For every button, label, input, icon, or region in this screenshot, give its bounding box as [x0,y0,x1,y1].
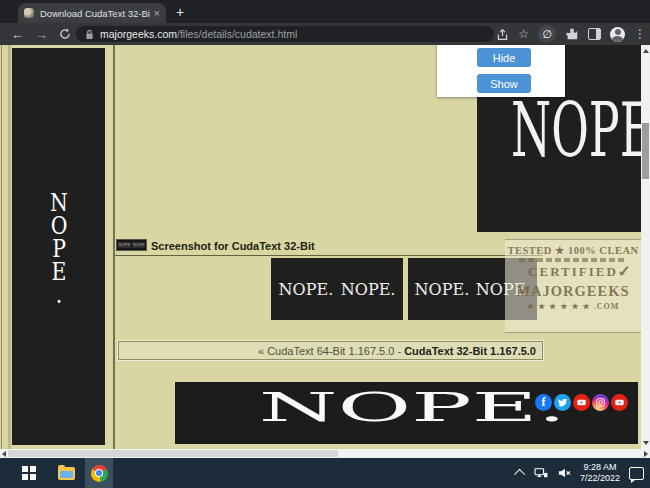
clock-time: 9:28 AM [580,462,620,473]
left-ad-nope-text: NOPE. [48,189,68,304]
share-icon[interactable] [496,28,509,41]
instagram-icon[interactable] [592,394,609,411]
adblocker-extension-icon[interactable]: ∅ [538,25,556,43]
cudatext-64bit-link[interactable]: « CudaText 64-Bit 1.167.5.0 [258,345,394,357]
reload-icon[interactable] [59,28,71,40]
action-center-icon[interactable] [629,467,644,480]
network-icon[interactable] [534,467,548,479]
hide-button[interactable]: Hide [477,48,531,67]
badge-majorgeeks: MAJORGEEKS [505,283,641,300]
browser-tab[interactable]: Download CudaText 32-Bit - Maj × [18,3,166,23]
file-explorer-icon[interactable] [58,467,75,480]
start-button[interactable] [22,466,36,480]
badge-stars: ★ ★ ★ ★ ★ ★ .COM [505,302,641,311]
lock-icon [85,29,94,40]
back-icon[interactable]: ← [11,28,24,41]
tab-close-icon[interactable]: × [154,8,160,19]
side-panel-icon[interactable] [588,28,601,40]
hide-show-popup: Hide Show [437,45,565,97]
tab-title: Download CudaText 32-Bit - Maj [40,8,150,19]
chrome-taskbar-button[interactable] [85,458,113,488]
taskbar-clock[interactable]: 9:28 AM 7/22/2022 [580,462,620,485]
thumb-nope-text: NOPE. [415,280,470,299]
address-bar[interactable]: majorgeeks.com/files/details/cudatext.ht… [76,26,494,42]
heading-divider [115,255,543,256]
screen: Download CudaText 32-Bit - Maj × + ← → m… [0,0,650,488]
cudatext-32bit-current: CudaText 32-Bit 1.167.5.0 [404,345,536,357]
profile-avatar[interactable] [610,27,625,42]
vertical-scrollbar[interactable] [641,45,650,449]
badge-dashes [519,258,627,262]
scroll-down-arrow[interactable] [643,441,649,445]
bookmark-star-icon[interactable]: ☆ [518,28,529,40]
new-tab-button[interactable]: + [176,4,184,20]
webpage: NOPE. NOPE. Hide Show NOPE NOPE Screensh… [0,45,650,450]
url-path: /files/details/cudatext.html [177,28,297,40]
page-edge-line [1,45,2,450]
page-edge-band [8,45,11,450]
forward-icon[interactable]: → [35,28,48,41]
social-icons-row: f [535,394,628,411]
extensions-puzzle-icon[interactable] [565,27,579,41]
mini-ad-text: NOPE [132,242,145,248]
horizontal-scroll-thumb[interactable] [8,450,338,457]
browser-toolbar: ← → majorgeeks.com/files/details/cudatex… [0,23,650,45]
content-left-border [113,45,115,450]
badge-check-icon: ✓ [618,262,633,281]
top-right-nope-text: NOPE. [511,93,641,167]
chrome-logo-icon [91,465,108,482]
link-separator: - [394,345,404,357]
facebook-icon[interactable]: f [535,394,552,411]
badge-line1: TESTED ★ 100% CLEAN [505,244,641,256]
windows-taskbar: 9:28 AM 7/22/2022 [0,458,650,488]
thumb-nope-text: NOPE. [341,280,396,299]
clock-date: 7/22/2022 [580,473,620,484]
system-tray: 9:28 AM 7/22/2022 [517,458,644,488]
muted-speaker-icon[interactable] [557,467,571,479]
twitter-icon[interactable] [554,394,571,411]
mini-ad-text: NOPE [118,242,131,248]
show-button[interactable]: Show [477,74,531,93]
thumb-nope-text: NOPE. [279,280,334,299]
scroll-right-arrow[interactable] [644,451,648,457]
horizontal-scrollbar[interactable] [0,449,650,458]
bottom-banner-ad: NOPE. f [175,382,638,444]
left-skyscraper-ad: NOPE. [12,48,105,445]
screenshot-thumb-1[interactable]: NOPE. NOPE. [271,258,403,320]
screenshot-heading: Screenshot for CudaText 32-Bit [151,240,315,252]
browser-menu-icon[interactable]: ⋮ [634,27,646,41]
scroll-left-arrow[interactable] [2,451,6,457]
tray-chevron-icon[interactable] [514,469,525,480]
toolbar-actions: ☆ ∅ ⋮ [496,23,646,45]
version-links-bar: « CudaText 64-Bit 1.167.5.0 - CudaText 3… [118,341,543,360]
vertical-scroll-thumb[interactable] [642,123,649,179]
tab-strip: Download CudaText 32-Bit - Maj × + [0,0,650,23]
scroll-up-arrow[interactable] [643,49,649,53]
url-domain: majorgeeks.com [100,28,177,40]
mini-ad-placeholder: NOPE NOPE [116,239,147,251]
youtube-2-icon[interactable] [611,394,628,411]
youtube-icon[interactable] [573,394,590,411]
badge-certified: CERTIFIED✓ [505,264,641,280]
majorgeeks-favicon [24,8,34,18]
tested-clean-badge: TESTED ★ 100% CLEAN CERTIFIED✓ MAJORGEEK… [505,239,641,333]
banner-nope-text: NOPE. [258,387,565,427]
